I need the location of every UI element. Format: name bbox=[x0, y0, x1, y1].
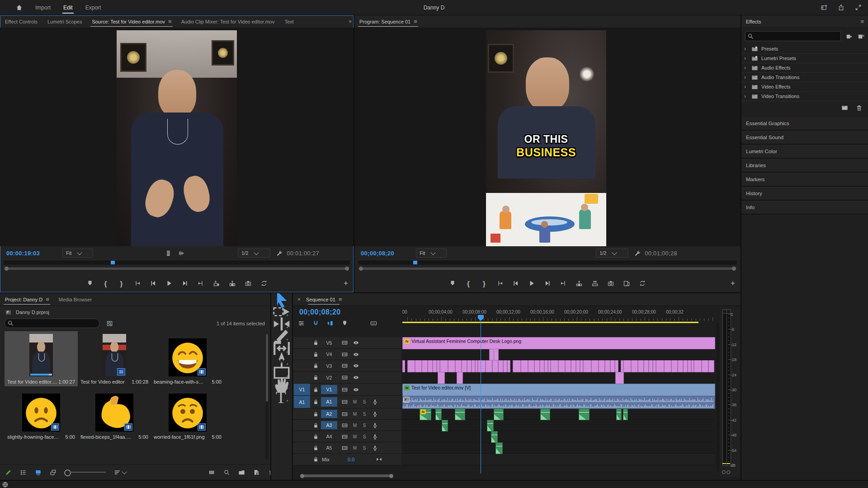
expand-chevron-icon[interactable]: › bbox=[744, 84, 748, 90]
timeline-clip[interactable] bbox=[521, 360, 528, 372]
timeline-audio-clip[interactable]: fx bbox=[420, 408, 431, 420]
timeline-clip[interactable] bbox=[544, 360, 548, 372]
sync-lock-icon[interactable] bbox=[341, 410, 348, 418]
workspace-icon[interactable] bbox=[820, 4, 827, 11]
source-viewer[interactable] bbox=[0, 28, 354, 246]
navigate-up-icon[interactable] bbox=[5, 309, 12, 316]
sync-lock-icon[interactable] bbox=[341, 351, 348, 358]
settings-view-button[interactable] bbox=[621, 278, 632, 289]
track-name[interactable]: V3 bbox=[321, 361, 337, 371]
timeline-audio-clip[interactable] bbox=[579, 408, 590, 420]
toggle-track-output-icon[interactable] bbox=[352, 362, 359, 370]
timeline-clip[interactable] bbox=[551, 360, 558, 372]
effects-folder-lumetri-presets[interactable]: › Lumetri Presets bbox=[741, 54, 868, 63]
track-header-v1[interactable]: V1 V1 bbox=[293, 384, 401, 396]
sync-lock-icon[interactable] bbox=[341, 422, 348, 429]
timeline-clip[interactable] bbox=[433, 360, 437, 372]
tab-overflow-icon[interactable]: » bbox=[349, 18, 352, 24]
timeline-clip[interactable] bbox=[492, 360, 498, 372]
timeline-clip[interactable] bbox=[683, 360, 688, 372]
new-item-icon[interactable] bbox=[253, 469, 260, 476]
track-header-a5[interactable]: A5 MS bbox=[293, 442, 401, 454]
timeline-clip[interactable] bbox=[615, 360, 618, 372]
source-zoom-scrollbar[interactable] bbox=[5, 267, 349, 271]
track-name[interactable]: V1 bbox=[321, 385, 337, 394]
timeline-clip[interactable] bbox=[583, 360, 591, 372]
timeline-audio-clip[interactable] bbox=[487, 420, 494, 432]
settings-wrench-icon[interactable] bbox=[276, 249, 283, 257]
timeline-clip[interactable] bbox=[631, 360, 638, 372]
track-header-a2[interactable]: A2 MS bbox=[293, 408, 401, 420]
sequence-tab[interactable]: Sequence 01 ≡ bbox=[304, 293, 343, 305]
lock-icon[interactable] bbox=[312, 422, 319, 429]
track-header-v3[interactable]: V3 bbox=[293, 360, 401, 372]
timeline-clip[interactable] bbox=[649, 360, 653, 372]
expand-chevron-icon[interactable]: › bbox=[744, 93, 748, 99]
toggle-track-output-icon[interactable] bbox=[352, 386, 359, 393]
source-patch[interactable]: A1 bbox=[294, 396, 310, 408]
solo-button[interactable]: S bbox=[362, 434, 367, 439]
timeline-clip[interactable] bbox=[678, 360, 683, 372]
panel-tab-essential-graphics[interactable]: Essential Graphics bbox=[741, 117, 868, 131]
export-frame-button[interactable] bbox=[605, 278, 617, 289]
sort-icon[interactable] bbox=[113, 469, 126, 476]
track-name[interactable]: V4 bbox=[321, 350, 337, 359]
timeline-clip[interactable] bbox=[457, 372, 463, 384]
sync-lock-icon[interactable] bbox=[341, 386, 348, 393]
drag-video-icon[interactable] bbox=[165, 249, 172, 257]
marker-button[interactable] bbox=[84, 278, 96, 289]
timeline-clip[interactable] bbox=[615, 372, 624, 384]
timeline-clip[interactable] bbox=[467, 360, 472, 372]
voiceover-record-icon[interactable] bbox=[371, 422, 378, 429]
source-patch[interactable] bbox=[294, 372, 310, 383]
mute-button[interactable]: M bbox=[352, 399, 358, 404]
toggle-track-output-icon[interactable] bbox=[352, 351, 359, 358]
timeline-clip[interactable] bbox=[407, 360, 415, 372]
home-icon[interactable] bbox=[15, 4, 23, 11]
timeline-clip[interactable] bbox=[540, 360, 544, 372]
mark-in-button[interactable]: { bbox=[100, 278, 112, 289]
timeline-audio-clip[interactable] bbox=[495, 442, 503, 454]
project-item[interactable] bbox=[78, 441, 151, 462]
source-patch[interactable] bbox=[294, 408, 310, 419]
lock-icon[interactable] bbox=[312, 410, 319, 418]
program-scrubber[interactable] bbox=[358, 260, 737, 265]
button-editor-icon[interactable]: + bbox=[344, 277, 348, 290]
project-item[interactable]: beaming-face-with-smilin...5:00 bbox=[151, 331, 224, 386]
program-timecode[interactable]: 00;00;08;20 bbox=[361, 250, 394, 257]
expand-chevron-icon[interactable]: › bbox=[744, 46, 748, 52]
source-patch[interactable] bbox=[294, 420, 310, 431]
export-frame-button[interactable] bbox=[242, 278, 254, 289]
lock-icon[interactable] bbox=[312, 433, 319, 440]
project-search-input[interactable] bbox=[5, 319, 99, 328]
panel-tab-history[interactable]: History bbox=[741, 187, 868, 201]
timeline-clip[interactable] bbox=[653, 360, 656, 372]
project-panel-tab[interactable]: Project: Danny D≡ bbox=[0, 293, 54, 305]
timeline-clip[interactable] bbox=[565, 360, 571, 372]
effects-folder-video-transitions[interactable]: › Video Transitions bbox=[741, 92, 868, 101]
program-resolution-select[interactable]: 1/2 bbox=[596, 249, 628, 258]
track-lane-mix[interactable] bbox=[402, 454, 714, 465]
timeline-clip[interactable] bbox=[528, 360, 534, 372]
timeline-clip[interactable] bbox=[708, 360, 714, 372]
timeline-clip[interactable] bbox=[591, 360, 599, 372]
project-item[interactable] bbox=[5, 441, 78, 462]
solo-button[interactable]: S bbox=[362, 412, 367, 417]
timeline-clip[interactable] bbox=[599, 360, 605, 372]
audio-meters[interactable]: 0-6-12-18-24-30-36-42-48-54dB bbox=[720, 308, 740, 477]
timeline-audio-clip[interactable]: fx bbox=[402, 396, 715, 409]
source-scrubber[interactable] bbox=[4, 260, 350, 265]
timeline-clip[interactable] bbox=[402, 360, 405, 372]
icon-view-icon[interactable] bbox=[34, 469, 42, 476]
source-patch[interactable] bbox=[294, 360, 310, 371]
project-item[interactable]: Test for Video editor.mov1:00:27 bbox=[5, 331, 78, 386]
multi-view-button[interactable] bbox=[258, 278, 270, 289]
step-forward-button[interactable] bbox=[542, 278, 553, 289]
timeline-clip[interactable] bbox=[558, 360, 565, 372]
source-patch[interactable]: V1 bbox=[294, 384, 310, 395]
mark-in-button[interactable]: { bbox=[462, 278, 474, 289]
sync-lock-icon[interactable] bbox=[341, 374, 348, 381]
timeline-clip[interactable] bbox=[623, 360, 631, 372]
panel-tab-essential-sound[interactable]: Essential Sound bbox=[741, 131, 868, 145]
effects-folder-audio-transitions[interactable]: › Audio Transitions bbox=[741, 73, 868, 82]
